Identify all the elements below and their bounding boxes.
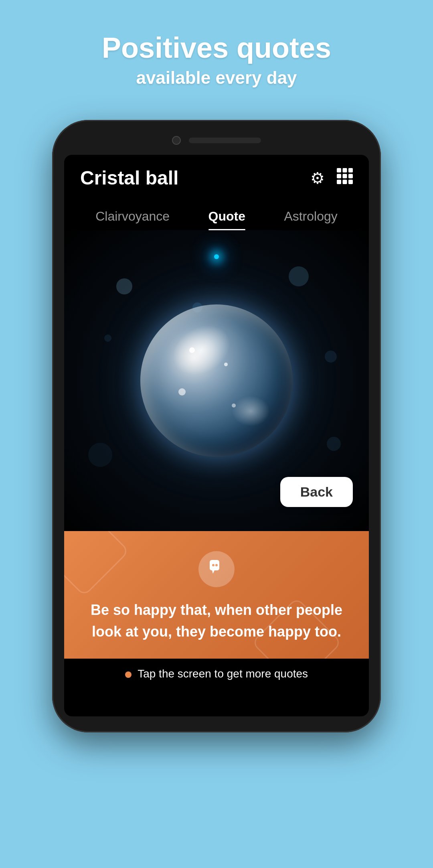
gear-icon[interactable]: ⚙ bbox=[310, 169, 325, 187]
crystal-dot bbox=[189, 347, 195, 353]
bokeh-particle bbox=[325, 351, 337, 363]
svg-rect-4 bbox=[343, 174, 347, 178]
svg-point-10 bbox=[215, 564, 218, 566]
app-title: Cristal ball bbox=[80, 167, 178, 189]
svg-rect-6 bbox=[337, 180, 341, 184]
main-title: Positives quotes bbox=[16, 32, 417, 64]
ball-wrapper bbox=[140, 304, 293, 457]
quote-card: Be so happy that, when other people look… bbox=[64, 531, 369, 659]
svg-rect-5 bbox=[348, 174, 353, 178]
speaker bbox=[189, 138, 261, 143]
bokeh-particle bbox=[289, 266, 309, 286]
bokeh-particle bbox=[327, 437, 341, 451]
tap-hint[interactable]: Tap the screen to get more quotes bbox=[64, 659, 369, 689]
bokeh-particle bbox=[104, 335, 111, 342]
tab-astrology[interactable]: Astrology bbox=[284, 209, 337, 230]
crystal-ball-area[interactable]: Back bbox=[64, 230, 369, 531]
bokeh-particle bbox=[116, 278, 132, 294]
svg-rect-7 bbox=[343, 180, 347, 184]
camera-dot bbox=[172, 136, 181, 145]
back-button[interactable]: Back bbox=[280, 477, 353, 507]
header-icons: ⚙ bbox=[310, 168, 353, 188]
svg-rect-3 bbox=[337, 174, 341, 178]
sub-title: available every day bbox=[16, 68, 417, 88]
phone-top-bar bbox=[64, 136, 369, 155]
crystal-dot bbox=[224, 363, 228, 366]
svg-rect-8 bbox=[348, 180, 353, 184]
crystal-ball bbox=[140, 304, 293, 457]
tab-clairvoyance[interactable]: Clairvoyance bbox=[95, 209, 170, 230]
tap-dot bbox=[125, 671, 132, 678]
tabs-bar: Clairvoyance Quote Astrology bbox=[64, 201, 369, 230]
phone-screen: Cristal ball ⚙ bbox=[64, 155, 369, 716]
grid-icon[interactable] bbox=[337, 168, 353, 188]
svg-rect-2 bbox=[348, 168, 353, 172]
header-section: Positives quotes available every day bbox=[0, 0, 433, 104]
app-header: Cristal ball ⚙ bbox=[64, 155, 369, 201]
crystal-dot bbox=[232, 404, 236, 408]
quote-icon bbox=[198, 551, 235, 587]
phone-outer: Cristal ball ⚙ bbox=[52, 120, 381, 732]
svg-rect-0 bbox=[337, 168, 341, 172]
glow-top bbox=[214, 254, 219, 259]
bokeh-particle bbox=[88, 443, 112, 467]
phone-container: Cristal ball ⚙ bbox=[52, 120, 381, 732]
crystal-dot bbox=[178, 388, 186, 395]
tap-hint-text: Tap the screen to get more quotes bbox=[138, 667, 308, 680]
svg-point-9 bbox=[212, 564, 214, 566]
tab-quote[interactable]: Quote bbox=[208, 209, 245, 230]
svg-rect-1 bbox=[343, 168, 347, 172]
